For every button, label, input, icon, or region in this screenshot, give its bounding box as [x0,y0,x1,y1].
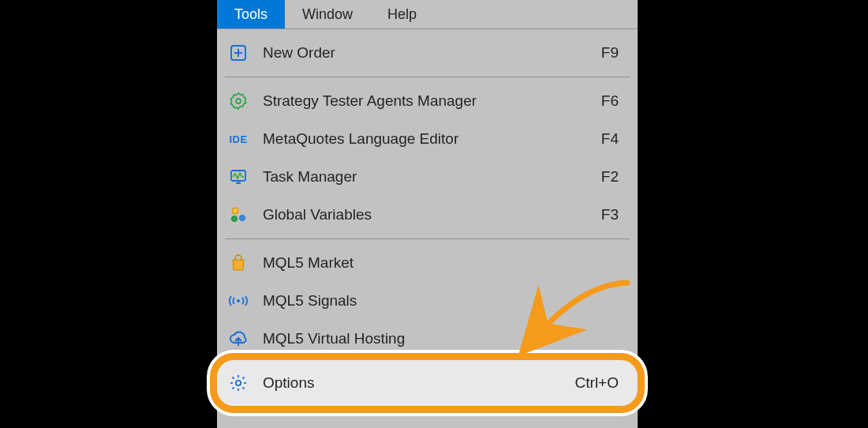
svg-point-10 [237,299,240,302]
menu-item-label: MetaQuotes Language Editor [263,130,568,148]
menu-item-shortcut: Ctrl+O [575,374,619,392]
menu-item-language-editor[interactable]: IDE MetaQuotes Language Editor F4 [217,120,638,158]
menubar-item-help[interactable]: Help [370,0,434,28]
ide-icon: IDE [228,129,249,149]
svg-point-3 [236,99,241,103]
menu-item-shortcut: F6 [568,92,619,110]
menu-item-label: MQL5 Virtual Hosting [263,330,568,347]
menu-item-options[interactable]: Options Ctrl+O [217,373,638,393]
menu-group-2: Strategy Tester Agents Manager F6 IDE Me… [217,77,638,238]
menu-group-3: MQL5 Market MQL5 Signals [217,239,638,362]
ide-text: IDE [229,133,247,145]
menu-item-shortcut: F9 [568,44,619,62]
menu-item-strategy-tester[interactable]: Strategy Tester Agents Manager F6 [217,82,638,120]
variables-icon [228,205,249,225]
menu-item-label: Global Variables [263,206,568,223]
menu-item-shortcut: F3 [568,206,619,223]
menu-item-task-manager[interactable]: Task Manager F2 [217,158,638,196]
menu-item-label: New Order [263,44,568,62]
menu-item-label: MQL5 Signals [263,292,568,310]
svg-line-19 [233,387,234,389]
gear-icon [228,373,249,393]
activity-monitor-icon [228,167,249,187]
cloud-icon [228,329,249,349]
bag-icon [228,253,249,273]
svg-point-8 [232,216,238,222]
svg-line-17 [233,377,234,379]
menu-item-label: Task Manager [263,168,568,186]
menu-item-shortcut: F2 [568,168,619,186]
menubar-item-tools[interactable]: Tools [217,0,285,28]
menu-item-global-variables[interactable]: Global Variables F3 [217,196,638,234]
svg-point-12 [236,381,241,385]
plus-square-icon [228,43,249,63]
svg-line-20 [242,377,244,379]
svg-point-7 [232,208,238,214]
menu-item-mql5-market[interactable]: MQL5 Market [217,244,638,282]
menu-item-mql5-signals[interactable]: MQL5 Signals [217,282,638,320]
signals-icon [228,291,249,311]
gear-badge-icon [228,91,249,111]
menu-group-1: New Order F9 [217,29,638,77]
menu-item-new-order[interactable]: New Order F9 [217,34,638,72]
highlight-callout: Options Ctrl+O [210,353,645,413]
menu-item-mql5-virtual-hosting[interactable]: MQL5 Virtual Hosting [217,320,638,358]
menubar: Tools Window Help [217,0,638,29]
menu-item-label: MQL5 Market [263,254,568,272]
menu-item-shortcut: F4 [568,130,619,148]
menu-item-label: Strategy Tester Agents Manager [263,92,568,110]
menubar-item-window[interactable]: Window [285,0,370,28]
svg-line-18 [242,387,244,389]
svg-point-9 [240,216,245,221]
menu-item-label: Options [263,374,575,392]
